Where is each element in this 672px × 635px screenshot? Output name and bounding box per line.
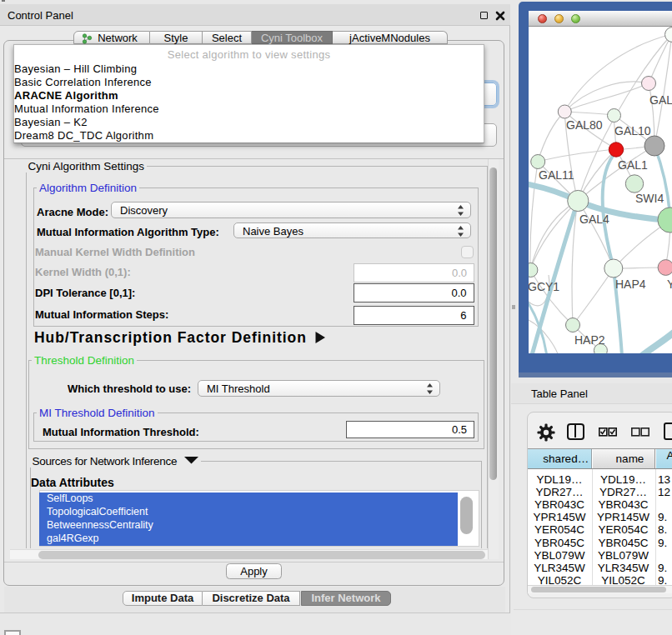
svg-text:GAL80: GAL80: [566, 118, 603, 132]
svg-text:GAL10: GAL10: [614, 124, 651, 138]
svg-text:GAL4: GAL4: [579, 212, 609, 226]
svg-text:GAL1: GAL1: [618, 158, 648, 172]
svg-text:HAP4: HAP4: [615, 278, 646, 291]
svg-text:GCY1: GCY1: [529, 280, 559, 293]
svg-text:GAL11: GAL11: [539, 168, 574, 182]
svg-text:HAP2: HAP2: [574, 333, 605, 347]
svg-text:Y: Y: [667, 278, 672, 291]
svg-text:SWI4: SWI4: [635, 192, 664, 205]
svg-text:GAL: GAL: [649, 93, 672, 107]
